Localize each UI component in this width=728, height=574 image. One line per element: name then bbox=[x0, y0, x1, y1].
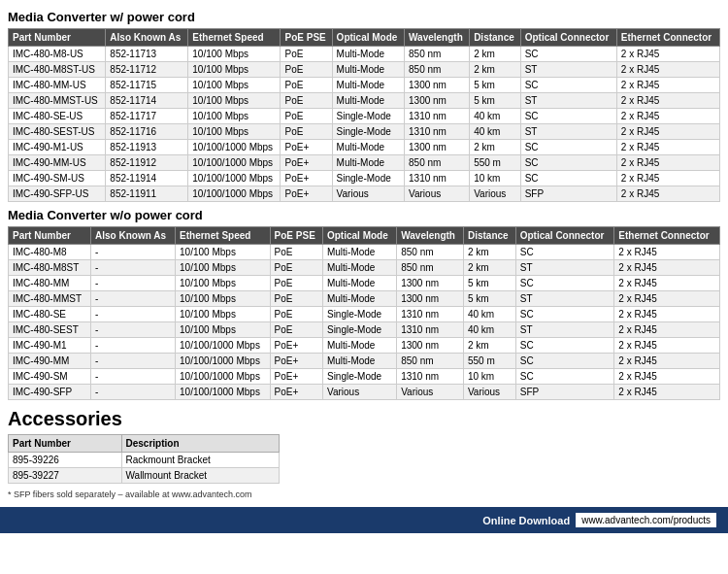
table-cell: IMC-490-SM bbox=[9, 369, 91, 385]
table-cell: 852-11914 bbox=[106, 171, 188, 186]
table-cell: IMC-490-SFP bbox=[9, 385, 91, 400]
table-cell: Multi-Mode bbox=[332, 78, 404, 93]
acc-col-description: Description bbox=[121, 435, 280, 453]
footer-url: www.advantech.com/products bbox=[576, 513, 716, 527]
table-row: IMC-490-MM-10/100/1000 MbpsPoE+Multi-Mod… bbox=[9, 354, 720, 369]
table-cell: 852-11713 bbox=[106, 47, 188, 62]
table-cell: SC bbox=[515, 369, 614, 385]
table-cell: - bbox=[91, 369, 176, 385]
table-cell: PoE+ bbox=[281, 155, 332, 171]
table-cell: IMC-480-M8-US bbox=[9, 47, 106, 62]
table-cell: PoE bbox=[270, 276, 322, 291]
table-cell: 10/100 Mbps bbox=[176, 260, 271, 276]
table-row: 895-39226Rackmount Bracket bbox=[9, 453, 280, 468]
table-cell: Rackmount Bracket bbox=[121, 453, 280, 468]
table-cell: IMC-480-MMST-US bbox=[9, 93, 106, 109]
table-cell: 1300 nm bbox=[397, 276, 464, 291]
table-cell: 40 km bbox=[470, 109, 521, 124]
accessories-title: Accessories bbox=[8, 408, 720, 430]
table-cell: 10/100/1000 Mbps bbox=[176, 369, 271, 385]
table-cell: 1310 nm bbox=[397, 307, 464, 322]
table-cell: 852-11911 bbox=[106, 186, 188, 202]
section-with-power-title: Media Converter w/ power cord bbox=[8, 10, 720, 24]
table-cell: PoE bbox=[281, 47, 332, 62]
table-cell: PoE+ bbox=[281, 186, 332, 202]
table-cell: PoE bbox=[270, 260, 322, 276]
table-cell: Multi-Mode bbox=[322, 245, 396, 260]
table-cell: 10/100 Mbps bbox=[176, 291, 271, 307]
table-row: 895-39227Wallmount Bracket bbox=[9, 468, 280, 484]
table-cell: Multi-Mode bbox=[322, 291, 396, 307]
table-cell: 1300 nm bbox=[397, 338, 464, 354]
table-row: IMC-490-M1-US852-1191310/100/1000 MbpsPo… bbox=[9, 140, 720, 155]
table-cell: PoE+ bbox=[270, 369, 322, 385]
accessories-section: Accessories Part Number Description 895-… bbox=[8, 408, 720, 484]
table-cell: PoE bbox=[270, 291, 322, 307]
table-row: IMC-490-SFP-US852-1191110/100/1000 MbpsP… bbox=[9, 186, 720, 202]
table-cell: SC bbox=[515, 307, 614, 322]
col-optical-mode: Optical Mode bbox=[332, 29, 404, 47]
table-cell: IMC-490-M1-US bbox=[9, 140, 106, 155]
table-cell: 10/100/1000 Mbps bbox=[176, 385, 271, 400]
table-row: IMC-480-MMST-10/100 MbpsPoEMulti-Mode130… bbox=[9, 291, 720, 307]
table-cell: IMC-480-SEST bbox=[9, 322, 91, 338]
table-cell: IMC-490-M1 bbox=[9, 338, 91, 354]
section-without-power: Media Converter w/o power cord Part Numb… bbox=[8, 208, 720, 400]
table-cell: Multi-Mode bbox=[332, 47, 404, 62]
table-cell: 852-11717 bbox=[106, 109, 188, 124]
col-ethernet-connector: Ethernet Connector bbox=[616, 29, 719, 47]
col2-poe-pse: PoE PSE bbox=[270, 227, 322, 245]
table-cell: Multi-Mode bbox=[322, 276, 396, 291]
table-cell: 2 km bbox=[463, 245, 515, 260]
table-cell: PoE bbox=[270, 245, 322, 260]
table-row: IMC-490-MM-US852-1191210/100/1000 MbpsPo… bbox=[9, 155, 720, 171]
table-cell: 2 km bbox=[470, 62, 521, 78]
table-row: IMC-480-M8ST-10/100 MbpsPoEMulti-Mode850… bbox=[9, 260, 720, 276]
table-cell: 2 x RJ45 bbox=[616, 155, 719, 171]
table-cell: Multi-Mode bbox=[332, 62, 404, 78]
table-cell: 550 m bbox=[470, 155, 521, 171]
table-row: IMC-480-M8-US852-1171310/100 MbpsPoEMult… bbox=[9, 47, 720, 62]
table-cell: 2 x RJ45 bbox=[616, 47, 719, 62]
table-cell: Single-Mode bbox=[322, 369, 396, 385]
table-cell: IMC-490-MM bbox=[9, 354, 91, 369]
col2-ethernet-speed: Ethernet Speed bbox=[176, 227, 271, 245]
table-cell: 10/100 Mbps bbox=[188, 124, 281, 140]
table-row: IMC-480-SEST-10/100 MbpsPoESingle-Mode13… bbox=[9, 322, 720, 338]
table-cell: SC bbox=[520, 109, 616, 124]
section-with-power: Media Converter w/ power cord Part Numbe… bbox=[8, 10, 720, 202]
table-cell: SC bbox=[520, 78, 616, 93]
footer-online-label: Online Download bbox=[482, 515, 570, 526]
table-cell: Various bbox=[463, 385, 515, 400]
table-cell: 850 nm bbox=[405, 155, 470, 171]
table-cell: Various bbox=[322, 385, 396, 400]
table-cell: 2 x RJ45 bbox=[616, 62, 719, 78]
table-cell: 2 x RJ45 bbox=[614, 385, 720, 400]
table-cell: 895-39227 bbox=[9, 468, 122, 484]
table-cell: - bbox=[91, 338, 176, 354]
table-cell: Multi-Mode bbox=[322, 338, 396, 354]
table-cell: ST bbox=[515, 322, 614, 338]
table-row: IMC-480-SEST-US852-1171610/100 MbpsPoESi… bbox=[9, 124, 720, 140]
table-cell: Single-Mode bbox=[332, 124, 404, 140]
table-cell: 1310 nm bbox=[397, 369, 464, 385]
table-cell: 2 km bbox=[470, 140, 521, 155]
table-cell: 2 x RJ45 bbox=[616, 93, 719, 109]
table-cell: Various bbox=[397, 385, 464, 400]
table-row: IMC-480-M8-10/100 MbpsPoEMulti-Mode850 n… bbox=[9, 245, 720, 260]
table-cell: 10 km bbox=[463, 369, 515, 385]
table-cell: ST bbox=[520, 124, 616, 140]
table-cell: 850 nm bbox=[397, 260, 464, 276]
table-cell: ST bbox=[515, 260, 614, 276]
table-cell: IMC-480-SE-US bbox=[9, 109, 106, 124]
table-cell: - bbox=[91, 354, 176, 369]
table-cell: SC bbox=[515, 338, 614, 354]
footer-bar: Online Download www.advantech.com/produc… bbox=[0, 507, 728, 533]
section-without-power-title: Media Converter w/o power cord bbox=[8, 208, 720, 222]
table-cell: 10/100 Mbps bbox=[176, 307, 271, 322]
table-cell: 2 x RJ45 bbox=[614, 291, 720, 307]
table-row: IMC-490-SFP-10/100/1000 MbpsPoE+VariousV… bbox=[9, 385, 720, 400]
table-cell: 2 x RJ45 bbox=[614, 338, 720, 354]
col-poe-pse: PoE PSE bbox=[281, 29, 332, 47]
table-cell: 852-11913 bbox=[106, 140, 188, 155]
